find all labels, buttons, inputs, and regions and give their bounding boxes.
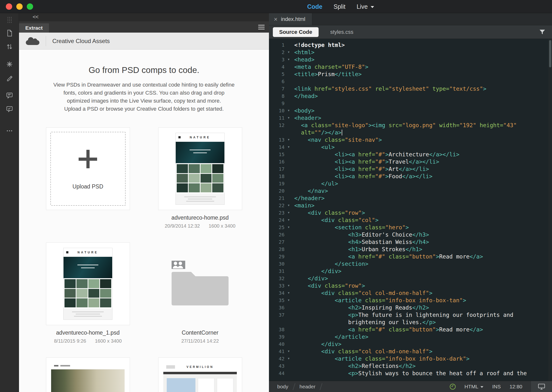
asset-name[interactable]: adventureco-home.psd <box>158 214 242 221</box>
panel-menu-icon[interactable] <box>258 25 265 31</box>
code-line[interactable]: 3▼<head> <box>269 56 552 63</box>
code-line[interactable]: 40 </div> <box>269 340 552 348</box>
related-file-source-code[interactable]: Source Code <box>273 27 319 37</box>
split-view-button[interactable]: Split <box>334 3 346 10</box>
code-fold-arrow-icon[interactable]: ▼ <box>285 202 293 209</box>
asset-name[interactable]: adventureco-home_1.psd <box>46 330 130 336</box>
code-line[interactable]: 7<link href="styles.css" rel="stylesheet… <box>269 85 552 92</box>
code-line[interactable]: 39 </article> <box>269 333 552 340</box>
code-line[interactable]: 33▼ <div class="row"> <box>269 282 552 289</box>
related-file-styles-css[interactable]: styles.css <box>330 29 353 35</box>
code-fold-arrow-icon[interactable]: ▼ <box>285 282 293 289</box>
code-fold-arrow-icon[interactable]: ▼ <box>285 297 293 304</box>
close-window-button[interactable] <box>6 3 12 10</box>
code-line[interactable]: 34▼ <div class="col col-md-one-half"> <box>269 289 552 297</box>
code-line[interactable]: 2▼<html> <box>269 49 552 56</box>
zoom-window-button[interactable] <box>27 3 33 10</box>
code-line[interactable]: 36 <h2>Inspiring Reads</h2> <box>269 304 552 311</box>
extract-tools-icon[interactable] <box>4 57 15 71</box>
code-line[interactable]: 23▼ <div class="row"> <box>269 209 552 216</box>
code-fold-arrow-icon[interactable]: ▼ <box>285 209 293 216</box>
code-line[interactable]: 44 <p>Stylish ways to bounce the heat of… <box>269 370 552 377</box>
code-line[interactable]: 11▼<header> <box>269 114 552 122</box>
insert-icon[interactable] <box>4 26 15 40</box>
code-line[interactable]: 20 </nav> <box>269 187 552 195</box>
panel-grip-icon[interactable] <box>7 17 12 23</box>
code-view-button[interactable]: Code <box>307 3 322 10</box>
more-icon[interactable] <box>4 124 15 138</box>
code-line[interactable]: 4<meta charset="UTF-8"> <box>269 63 552 71</box>
code-line[interactable]: 31 </div> <box>269 267 552 275</box>
code-fold-arrow-icon[interactable]: ▼ <box>285 224 293 231</box>
code-fold-arrow-icon[interactable]: ▼ <box>285 114 293 122</box>
review-icon[interactable] <box>4 102 15 116</box>
code-line[interactable]: 14▼ <ul> <box>269 143 552 151</box>
code-line[interactable]: 18 <li><a href="#">Food</a></li> <box>269 173 552 180</box>
code-view[interactable]: 1<!doctype html>2▼<html>3▼<head>4<meta c… <box>269 39 552 381</box>
code-fold-arrow-icon[interactable]: ▼ <box>285 49 293 56</box>
code-line[interactable]: 17 <li><a href="#">Art</a></li> <box>269 165 552 173</box>
code-line[interactable]: 27 <h4>Sebastian Weiss</h4> <box>269 238 552 246</box>
format-pen-icon[interactable] <box>4 71 15 85</box>
asset-card-partial-vermilion[interactable]: VERMILION <box>158 357 242 392</box>
code-line[interactable]: 9 <box>269 100 552 107</box>
live-view-button[interactable]: Live <box>357 3 374 10</box>
code-line[interactable]: 37 <p>The future is in lightening our fo… <box>269 311 552 319</box>
code-line[interactable]: 8</head> <box>269 92 552 100</box>
code-line[interactable]: 24▼ <div class="col"> <box>269 216 552 224</box>
code-line[interactable]: 28 <h1>Urban Strokes</h1> <box>269 246 552 253</box>
code-line[interactable]: 13▼ <nav class="site-nav"> <box>269 136 552 143</box>
code-line[interactable]: 32 </div> <box>269 275 552 282</box>
code-fold-arrow-icon[interactable]: ▼ <box>285 107 293 114</box>
document-tab-index-html[interactable]: × index.html <box>269 13 312 25</box>
collapse-panel-button[interactable]: << <box>19 13 269 21</box>
minimize-window-button[interactable] <box>16 3 23 10</box>
real-time-preview-button[interactable] <box>531 381 552 392</box>
code-line[interactable]: brightening our lives.</p> <box>269 319 552 326</box>
code-line[interactable]: 26 <h3>Editor's Choice</h3> <box>269 231 552 238</box>
vertical-scrollbar[interactable] <box>548 39 552 381</box>
code-line[interactable]: alt=""/></a> <box>269 129 552 136</box>
asset-card-adventureco-home-1[interactable]: NATURE <box>46 242 130 325</box>
tab-extract[interactable]: Extract <box>19 23 49 33</box>
scrollbar-thumb[interactable] <box>549 40 551 67</box>
upload-psd-dropzone[interactable]: Upload PSD <box>46 127 130 210</box>
code-line[interactable]: 5<title>Prism</title> <box>269 71 552 78</box>
code-fold-arrow-icon[interactable]: ▼ <box>285 143 293 151</box>
code-fold-arrow-icon <box>285 100 293 107</box>
filter-icon[interactable] <box>539 29 546 36</box>
code-line[interactable]: 35▼ <article class="info-box info-box-ta… <box>269 297 552 304</box>
asset-card-partial-interior[interactable] <box>46 357 130 392</box>
tag-selector-header[interactable]: header <box>297 381 324 392</box>
code-line[interactable]: 19 </ul> <box>269 180 552 187</box>
code-fold-arrow-icon[interactable]: ▼ <box>285 216 293 224</box>
code-fold-arrow-icon[interactable]: ▼ <box>285 136 293 143</box>
code-line[interactable]: 6 <box>269 78 552 85</box>
doctype-selector[interactable]: HTML <box>464 384 483 390</box>
code-line[interactable]: 12 <a class="site-logo"><img src="logo.p… <box>269 122 552 129</box>
code-line[interactable]: 41▼ <div class="col col-md-one-half"> <box>269 348 552 355</box>
code-line[interactable]: 29 <a href="#" class="button">Read more<… <box>269 253 552 260</box>
asset-name[interactable]: ContentCorner <box>158 330 242 336</box>
code-line[interactable]: 38 <a href="#" class="button">Read more<… <box>269 326 552 333</box>
code-line[interactable]: 10▼<body> <box>269 107 552 114</box>
asset-card-contentcorner[interactable] <box>158 242 242 325</box>
asset-card-adventureco-home[interactable]: NATURE <box>158 127 242 210</box>
code-fold-arrow-icon[interactable]: ▼ <box>285 56 293 63</box>
code-line[interactable]: 21</header> <box>269 195 552 202</box>
code-line[interactable]: 30 </section> <box>269 260 552 267</box>
code-fold-arrow-icon[interactable]: ▼ <box>285 348 293 355</box>
close-icon[interactable]: × <box>274 16 277 22</box>
code-line[interactable]: 25▼ <section class="hero"> <box>269 224 552 231</box>
code-fold-arrow-icon[interactable]: ▼ <box>285 355 293 362</box>
comments-icon[interactable] <box>4 89 15 102</box>
code-line[interactable]: 42▼ <article class="info-box info-box-da… <box>269 355 552 362</box>
code-line[interactable]: 16 <li><a href="#">Travel</a></li> <box>269 158 552 165</box>
code-line[interactable]: 43 <h2>Reflections</h2> <box>269 362 552 370</box>
tag-selector-body[interactable]: body <box>274 381 297 392</box>
files-swap-icon[interactable] <box>4 40 15 53</box>
code-fold-arrow-icon[interactable]: ▼ <box>285 289 293 297</box>
code-line[interactable]: 1<!doctype html> <box>269 41 552 49</box>
code-line[interactable]: 22▼<main> <box>269 202 552 209</box>
code-line[interactable]: 15 <li><a href="#">Architecture</a></li> <box>269 151 552 158</box>
